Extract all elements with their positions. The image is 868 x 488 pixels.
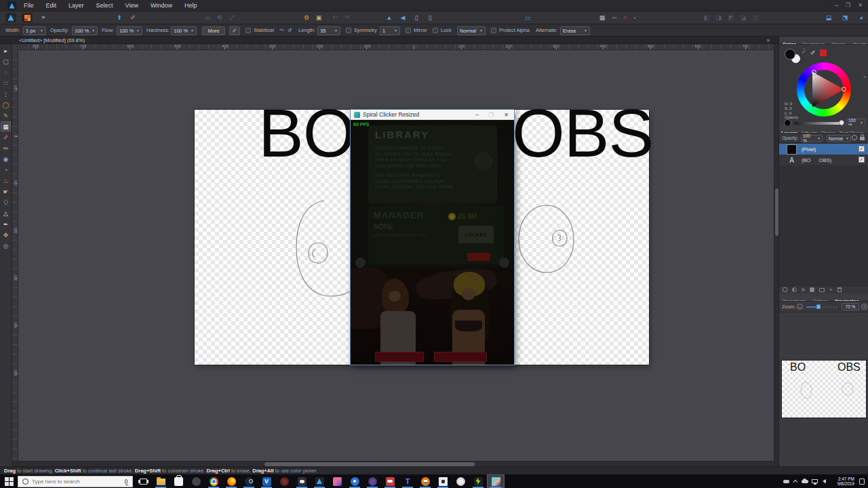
- canvas-viewport[interactable]: BO OBS Spiral Clicker Resized – ❐ ✕ 60 F…: [18, 50, 774, 461]
- pixel-pencil-tool[interactable]: ✏: [1, 143, 11, 153]
- layer-effects-icon[interactable]: fx: [802, 287, 805, 292]
- document-tab[interactable]: <Untitled> [Modified] (69.8%): [19, 37, 85, 44]
- length-combo[interactable]: 35▼: [317, 26, 340, 35]
- rotate-ccw-icon[interactable]: ▯: [411, 13, 422, 22]
- game-controller-icon[interactable]: [381, 474, 399, 488]
- snapping-options-chevron-icon[interactable]: ▾: [629, 13, 640, 22]
- assistant-icon[interactable]: ⚙: [301, 13, 312, 22]
- vertical-ruler[interactable]: -1000100200300400500: [12, 50, 18, 461]
- gradient-tool[interactable]: △: [1, 208, 11, 218]
- zoom-out-button[interactable]: –: [797, 304, 803, 310]
- spiral-clicker-window[interactable]: Spiral Clicker Resized – ❐ ✕ 60 FPS LIBR…: [351, 110, 514, 365]
- paint-brush-tool[interactable]: ✎: [1, 110, 11, 121]
- alignment-icon[interactable]: ⚏: [522, 13, 533, 22]
- microsoft-store-icon[interactable]: [170, 474, 187, 488]
- navigator-thumbnail[interactable]: BO OBS: [782, 361, 866, 418]
- app-white-square-icon[interactable]: [434, 474, 452, 488]
- blend-mode-combo[interactable]: Normal▼: [457, 26, 486, 35]
- discord-icon[interactable]: [293, 474, 311, 488]
- swap-colors-icon[interactable]: ⤸: [802, 48, 805, 54]
- selection-brush-tool[interactable]: ◯: [1, 100, 11, 110]
- hidden-icons-chevron-icon[interactable]: [791, 474, 800, 488]
- dodge-brush-tool[interactable]: ☛: [1, 186, 11, 197]
- carousel-right-button[interactable]: [499, 258, 509, 268]
- symmetry-combo[interactable]: 1▼: [380, 26, 400, 35]
- triangle-marker[interactable]: [812, 70, 816, 75]
- group-icon[interactable]: [819, 288, 825, 292]
- adjustment-icon[interactable]: [792, 287, 797, 292]
- chrome-icon[interactable]: [205, 474, 222, 488]
- game-content[interactable]: 60 FPS LIBRARY ASSIGN SOMEONE TO STUDYAL…: [351, 120, 514, 365]
- tab-close-icon[interactable]: ✕: [766, 37, 770, 44]
- flow-combo[interactable]: 100 %▼: [117, 26, 142, 35]
- app-purple-circle-icon[interactable]: [363, 474, 381, 488]
- boolean-subtract-icon[interactable]: ⬔: [840, 13, 850, 22]
- layer-visibility-checkbox[interactable]: ✓: [859, 146, 865, 152]
- game-window-titlebar[interactable]: Spiral Clicker Resized – ❐ ✕: [351, 110, 514, 120]
- firefox-icon[interactable]: [222, 474, 240, 488]
- color-replacement-brush-tool[interactable]: ✐: [1, 132, 11, 142]
- flip-horizontal-icon[interactable]: ▲: [384, 13, 395, 22]
- window-close-button[interactable]: ✕: [858, 2, 863, 8]
- affinity-designer-icon[interactable]: [328, 474, 346, 488]
- menu-layer[interactable]: Layer: [62, 0, 90, 12]
- spiral-clicker-taskbar-icon[interactable]: [487, 474, 505, 488]
- layers-opacity-combo[interactable]: 100 %▼: [801, 135, 823, 142]
- layer-settings-gear-icon[interactable]: [852, 135, 857, 140]
- task-view-icon[interactable]: [134, 474, 152, 488]
- move-by-whole-pixels-icon[interactable]: ➳: [609, 13, 620, 22]
- menu-select[interactable]: Select: [90, 0, 119, 12]
- transform-icon-3[interactable]: ⤢: [226, 13, 237, 22]
- mask-icon[interactable]: [810, 287, 814, 292]
- color-picker-tool[interactable]: ✒: [1, 219, 11, 229]
- layer-visibility-checkbox[interactable]: ✓: [859, 157, 865, 163]
- app-gray-circle-icon[interactable]: [187, 474, 205, 488]
- blender-icon[interactable]: [416, 474, 434, 488]
- delete-layer-icon[interactable]: [837, 287, 842, 292]
- grid-icon[interactable]: ▦: [597, 13, 608, 22]
- scene-button-left[interactable]: [375, 352, 424, 362]
- window-maximize-button[interactable]: ❐: [846, 2, 850, 8]
- affinity-photo-icon[interactable]: [311, 474, 328, 488]
- app-red-circle-icon[interactable]: [275, 474, 293, 488]
- library-close-circle-button[interactable]: [475, 152, 492, 170]
- file-explorer-icon[interactable]: [152, 474, 170, 488]
- transform-icon-1[interactable]: ▭: [202, 13, 213, 22]
- opacity-combo[interactable]: 100 %▼: [72, 26, 98, 35]
- carousel-left-button[interactable]: [355, 258, 366, 268]
- auto-contrast-icon[interactable]: ✐: [127, 13, 138, 22]
- smudge-tool[interactable]: ♨: [1, 176, 11, 186]
- protect-alpha-checkbox[interactable]: [491, 28, 496, 33]
- steam-icon[interactable]: [240, 474, 258, 488]
- brush-settings-icon[interactable]: ✐: [229, 26, 240, 35]
- game-close-button[interactable]: ✕: [504, 112, 509, 118]
- column-selection-tool[interactable]: ⋮: [1, 89, 11, 99]
- blur-tool[interactable]: ◔: [1, 165, 11, 175]
- menu-help[interactable]: Help: [178, 0, 203, 12]
- rectangle-marquee-tool[interactable]: ▢: [1, 56, 11, 66]
- window-stabilizer-icon[interactable]: ↺: [288, 24, 292, 37]
- photo-persona-icon[interactable]: [5, 13, 16, 22]
- boolean-add-icon[interactable]: ⬓: [823, 13, 834, 22]
- scene-button-right[interactable]: [434, 352, 487, 362]
- ellipse-marquee-tool[interactable]: ◌: [1, 67, 11, 77]
- layer-lock-icon[interactable]: [860, 137, 865, 140]
- volume-speaker-icon[interactable]: [819, 474, 829, 488]
- flip-vertical-icon[interactable]: ◀: [397, 13, 408, 22]
- zoom-slider-thumb[interactable]: [816, 304, 821, 309]
- zoom-in-button[interactable]: +: [861, 304, 867, 310]
- width-combo[interactable]: 1 px▼: [23, 26, 46, 35]
- liquify-persona-icon[interactable]: [22, 13, 33, 22]
- start-button[interactable]: [0, 474, 18, 488]
- move-tool[interactable]: ▸: [1, 45, 11, 56]
- rope-stabilizer-icon[interactable]: 〜: [279, 24, 285, 37]
- stabilizer-checkbox[interactable]: [245, 28, 251, 33]
- app-white-circle-icon[interactable]: [452, 474, 469, 488]
- opacity-slider[interactable]: [794, 122, 840, 125]
- gamepad-icon[interactable]: [781, 474, 791, 488]
- search-box[interactable]: [18, 476, 133, 487]
- menu-file[interactable]: File: [18, 0, 40, 12]
- auto-levels-icon[interactable]: ⬆: [114, 13, 125, 22]
- opacity-slider-knob[interactable]: [839, 120, 844, 125]
- manager-red-button[interactable]: [467, 253, 490, 261]
